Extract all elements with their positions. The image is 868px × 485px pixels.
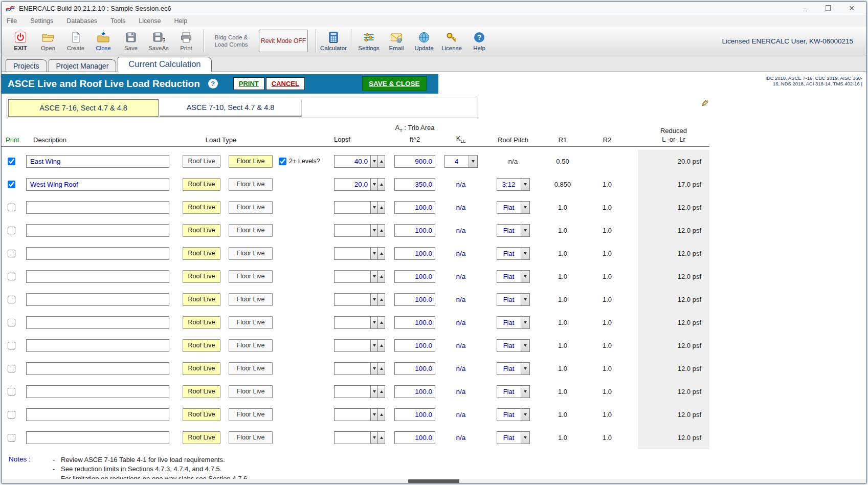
lo-decrement-button[interactable] <box>370 247 378 260</box>
edit-pencil-icon[interactable]: ✎ <box>701 98 709 109</box>
floor-live-button[interactable]: Floor Live <box>229 362 273 375</box>
lo-decrement-button[interactable] <box>370 339 378 352</box>
roof-pitch-dropdown[interactable]: Flat <box>497 362 530 375</box>
lo-decrement-button[interactable] <box>370 408 378 421</box>
trib-area-input[interactable] <box>394 431 435 444</box>
print-checkbox[interactable] <box>8 250 15 257</box>
tab-current-calculation[interactable]: Current Calculation <box>118 57 211 72</box>
print-checkbox[interactable] <box>8 411 15 418</box>
roof-live-button[interactable]: Roof Live <box>183 362 220 375</box>
print-checkbox[interactable] <box>8 181 15 188</box>
print-checkbox[interactable] <box>8 227 15 234</box>
roof-pitch-dropdown[interactable]: Flat <box>497 270 530 283</box>
pitch-dropdown-button[interactable] <box>521 409 529 421</box>
print-checkbox[interactable] <box>8 204 15 211</box>
floor-live-button[interactable]: Floor Live <box>229 270 273 283</box>
print-button[interactable]: PRINT <box>233 77 264 90</box>
floor-live-button[interactable]: Floor Live <box>229 201 273 214</box>
roof-live-button[interactable]: Roof Live <box>183 316 220 329</box>
horizontal-scrollbar[interactable] <box>2 479 866 483</box>
subtab-asce-7-10[interactable]: ASCE 7-10, Sect 4.7 & 4.8 <box>160 99 302 117</box>
pitch-dropdown-button[interactable] <box>521 363 529 374</box>
description-input[interactable] <box>26 385 169 398</box>
pitch-dropdown-button[interactable] <box>521 202 529 213</box>
email-button[interactable]: @ Email <box>383 27 410 55</box>
roof-live-button[interactable]: Roof Live <box>183 155 220 168</box>
pitch-dropdown-button[interactable] <box>521 432 529 444</box>
close-window-button[interactable]: ✕ <box>840 4 863 12</box>
tab-project-manager[interactable]: Project Manager <box>49 59 117 72</box>
description-input[interactable] <box>26 339 169 352</box>
create-button[interactable]: Create <box>62 27 90 55</box>
floor-live-button[interactable]: Floor Live <box>229 339 273 352</box>
menu-settings[interactable]: Settings <box>30 17 53 25</box>
print-button-toolbar[interactable]: Print <box>172 27 200 55</box>
floor-live-button[interactable]: Floor Live <box>229 247 273 260</box>
floor-live-button[interactable]: Floor Live <box>229 431 273 444</box>
lo-decrement-button[interactable] <box>370 431 378 444</box>
roof-live-button[interactable]: Roof Live <box>183 385 220 398</box>
trib-area-input[interactable] <box>394 247 435 260</box>
tab-projects[interactable]: Projects <box>6 59 47 72</box>
maximize-button[interactable]: ❐ <box>816 4 840 12</box>
kll-dropdown-button[interactable] <box>469 156 477 167</box>
roof-pitch-dropdown[interactable]: 3:12 <box>497 178 530 191</box>
bldg-code-load-combs-button[interactable]: Bldg Code & Load Combs <box>208 34 255 48</box>
description-input[interactable] <box>26 362 169 375</box>
floor-live-button[interactable]: Floor Live <box>229 408 273 421</box>
print-checkbox[interactable] <box>8 319 15 326</box>
description-input[interactable] <box>26 431 169 444</box>
pitch-dropdown-button[interactable] <box>521 179 529 190</box>
description-input[interactable] <box>26 316 169 329</box>
roof-live-button[interactable]: Roof Live <box>183 431 220 444</box>
lo-input[interactable] <box>334 408 371 421</box>
calculator-button[interactable]: Calculator <box>320 27 347 55</box>
trib-area-input[interactable] <box>394 224 435 237</box>
roof-pitch-dropdown[interactable]: Flat <box>497 201 530 214</box>
lo-increment-button[interactable] <box>377 270 385 283</box>
lo-input[interactable] <box>334 339 371 352</box>
pitch-dropdown-button[interactable] <box>521 317 529 328</box>
lo-input[interactable] <box>334 385 371 398</box>
print-checkbox[interactable] <box>8 434 15 442</box>
levels2-checkbox[interactable] <box>279 158 286 165</box>
lo-decrement-button[interactable] <box>370 293 378 306</box>
lo-increment-button[interactable] <box>377 178 385 191</box>
roof-pitch-dropdown[interactable]: Flat <box>497 431 530 444</box>
lo-input[interactable] <box>334 362 371 375</box>
close-file-button[interactable]: Close <box>90 27 117 55</box>
lo-input[interactable] <box>334 178 371 191</box>
license-button[interactable]: License <box>438 27 465 55</box>
help-button[interactable]: ? Help <box>465 27 493 55</box>
lo-increment-button[interactable] <box>377 293 385 306</box>
description-input[interactable] <box>26 201 169 214</box>
roof-live-button[interactable]: Roof Live <box>183 178 220 191</box>
lo-decrement-button[interactable] <box>370 201 378 214</box>
roof-live-button[interactable]: Roof Live <box>183 270 220 283</box>
floor-live-button[interactable]: Floor Live <box>229 224 273 237</box>
roof-live-button[interactable]: Roof Live <box>183 408 220 421</box>
floor-live-button[interactable]: Floor Live <box>229 178 273 191</box>
roof-live-button[interactable]: Roof Live <box>183 247 220 260</box>
lo-decrement-button[interactable] <box>370 362 378 375</box>
pitch-dropdown-button[interactable] <box>521 271 529 282</box>
floor-live-button[interactable]: Floor Live <box>229 293 273 306</box>
roof-pitch-dropdown[interactable]: Flat <box>497 339 530 352</box>
trib-area-input[interactable] <box>394 316 435 329</box>
floor-live-button[interactable]: Floor Live <box>229 155 273 168</box>
roof-live-button[interactable]: Roof Live <box>183 293 220 306</box>
lo-increment-button[interactable] <box>377 339 385 352</box>
exit-button[interactable]: EXIT <box>7 27 34 55</box>
menu-file[interactable]: File <box>7 17 17 25</box>
settings-button[interactable]: Settings <box>355 27 383 55</box>
description-input[interactable] <box>26 178 169 191</box>
description-input[interactable] <box>26 155 169 168</box>
roof-pitch-dropdown[interactable]: Flat <box>497 408 530 421</box>
lo-input[interactable] <box>334 431 371 444</box>
trib-area-input[interactable] <box>394 178 435 191</box>
lo-decrement-button[interactable] <box>370 385 378 398</box>
trib-area-input[interactable] <box>394 201 435 214</box>
lo-increment-button[interactable] <box>377 362 385 375</box>
minimize-button[interactable]: – <box>793 4 816 12</box>
trib-area-input[interactable] <box>394 339 435 352</box>
